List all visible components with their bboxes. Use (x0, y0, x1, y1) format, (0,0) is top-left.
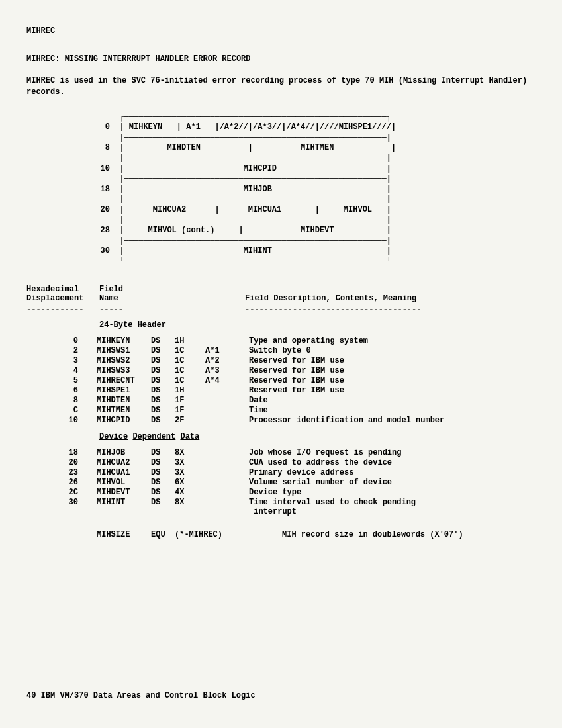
table-cell (205, 488, 249, 498)
col-header-field: Field (99, 285, 245, 294)
table-cell: MIHJOB (97, 448, 151, 458)
section-title-word: ERROR (193, 54, 217, 64)
table-cell: Primary device address (249, 468, 420, 478)
table-row: 8MIHDTENDS1FDate (26, 396, 448, 406)
table-cell: 0 (26, 336, 97, 346)
subsection-word: Data (180, 432, 199, 441)
table-cell: A*3 (205, 366, 249, 376)
fields-table-1: 0MIHKEYNDS1HType and operating system2MI… (26, 336, 448, 426)
table-cell: Date (249, 396, 448, 406)
table-row: CMIHTMENDS1FTime (26, 406, 448, 416)
table-cell: Type and operating system (249, 336, 448, 346)
table-cell: MIHSPE1 (97, 386, 151, 396)
table-cell (238, 530, 282, 540)
table-cell: Time (249, 406, 448, 416)
table-cell: MIHCPID (97, 416, 151, 426)
section-title-word: HANDLER (155, 54, 188, 64)
table-cell: C (26, 406, 97, 416)
section-title-word: INTERRRUPT (103, 54, 150, 64)
table-cell: 3X (175, 458, 205, 468)
table-cell: MIHCUA1 (97, 468, 151, 478)
table-cell (205, 498, 249, 517)
subsection-word: Dependent (132, 432, 175, 441)
table-row: 30MIHINTDS8XTime interval used to check … (26, 498, 420, 517)
table-cell: 1C (175, 346, 205, 356)
column-headers: Hexadecimal Displacement Field Name Fiel… (26, 285, 536, 303)
table-cell: 6X (175, 478, 205, 488)
col-header-hex: Hexadecimal (26, 285, 99, 294)
table-cell: A*1 (205, 346, 249, 356)
table-cell: MIHDEVT (97, 488, 151, 498)
col-header-name: Name (99, 294, 245, 303)
table-row: 18MIHJOBDS8XJob whose I/O request is pen… (26, 448, 420, 458)
table-cell: DS (151, 406, 175, 416)
table-cell: DS (151, 366, 175, 376)
dash-2: ----- (99, 306, 245, 315)
table-cell: DS (151, 346, 175, 356)
table-cell (205, 468, 249, 478)
table-cell (205, 478, 249, 488)
table-cell: Device type (249, 488, 420, 498)
table-cell: DS (151, 396, 175, 406)
table-row: 5MIHRECNTDS1CA*4Reserved for IBM use (26, 376, 448, 386)
table-cell (205, 448, 249, 458)
table-cell: 2C (26, 488, 97, 498)
table-cell (205, 406, 249, 416)
table-cell: MIHSWS2 (97, 356, 151, 366)
subsection-word: Device (99, 432, 128, 441)
table-cell: DS (151, 356, 175, 366)
table-cell (205, 458, 249, 468)
table-row: 23MIHCUA1DS3XPrimary device address (26, 468, 420, 478)
table-row: 2CMIHDEVTDS4XDevice type (26, 488, 420, 498)
table-row: 26MIHVOLDS6XVolume serial number of devi… (26, 478, 420, 488)
table-cell (205, 396, 249, 406)
table-cell: Reserved for IBM use (249, 356, 448, 366)
table-row: 3MIHSWS2DS1CA*2Reserved for IBM use (26, 356, 448, 366)
col-header-description: Field Description, Contents, Meaning (245, 294, 416, 303)
section-title-word: MISSING (65, 54, 98, 64)
table-cell: 1F (175, 396, 205, 406)
table-cell: MIHRECNT (97, 376, 151, 386)
layout-diagram: ┌───────────────────────────────────────… (86, 113, 536, 267)
table-cell: Volume serial number of device (249, 478, 420, 488)
table-cell: Reserved for IBM use (249, 376, 448, 386)
table-cell (205, 416, 249, 426)
table-cell: CUA used to address the device (249, 458, 420, 468)
table-cell: 1C (175, 366, 205, 376)
table-cell: EQU (151, 530, 175, 540)
table-cell: 10 (26, 416, 97, 426)
section-title-word: RECORD (222, 54, 250, 64)
table-cell (26, 530, 97, 540)
table-cell: DS (151, 376, 175, 386)
table-row: 20MIHCUA2DS3XCUA used to address the dev… (26, 458, 420, 468)
table-cell: 8X (175, 498, 205, 517)
table-cell: 26 (26, 478, 97, 488)
table-cell: A*2 (205, 356, 249, 366)
fields-table-3: MIHSIZEEQU(*-MIHREC)MIH record size in d… (26, 530, 467, 540)
table-cell: Time interval used to check pending inte… (249, 498, 420, 517)
dash-3: ------------------------------------- (245, 306, 421, 315)
subsection-word: 24-Byte (99, 320, 132, 330)
subsection-header-24byte: 24-Byte Header (99, 320, 536, 330)
table-cell: MIHKEYN (97, 336, 151, 346)
table-row: 4MIHSWS3DS1CA*3Reserved for IBM use (26, 366, 448, 376)
dash-1: ------------ (26, 306, 99, 315)
table-cell: 8 (26, 396, 97, 406)
table-row: 10MIHCPIDDS2FProcessor identification an… (26, 416, 448, 426)
subsection-word: Header (138, 320, 166, 330)
table-cell: 8X (175, 448, 205, 458)
table-cell: MIHTMEN (97, 406, 151, 416)
page-header: MIHREC (26, 26, 536, 36)
table-cell: 1H (175, 336, 205, 346)
table-cell: DS (151, 386, 175, 396)
table-cell: 3X (175, 468, 205, 478)
table-cell: DS (151, 416, 175, 426)
table-cell: MIHINT (97, 498, 151, 517)
table-cell: 6 (26, 386, 97, 396)
table-cell: 1C (175, 376, 205, 386)
table-cell: 1H (175, 386, 205, 396)
table-row: 6MIHSPE1DS1HReserved for IBM use (26, 386, 448, 396)
table-cell: DS (151, 478, 175, 488)
table-cell: Reserved for IBM use (249, 386, 448, 396)
table-cell: 30 (26, 498, 97, 517)
